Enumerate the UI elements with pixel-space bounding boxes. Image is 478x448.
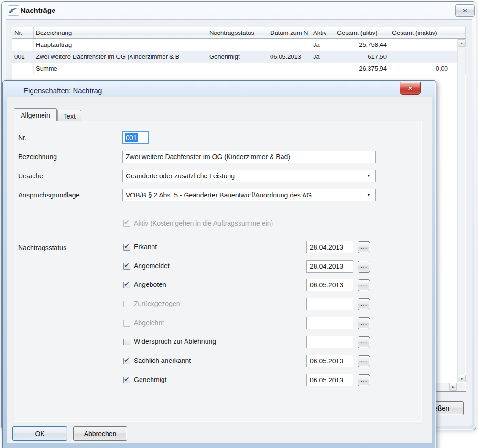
anspruchsgrundlage-label: Anspruchsgrundlage [18, 191, 79, 199]
status-row-zurueckgezogen: Zurückgezogen ... [3, 298, 436, 311]
cell-bezeichnung: Summe [34, 63, 207, 75]
cell-gesamt-aktiv: 617,50 [335, 51, 390, 63]
widerspruch-checkbox[interactable] [123, 339, 130, 345]
column-header-nachtragsstatus[interactable]: Nachtragsstatus [207, 27, 268, 38]
cell-datum [268, 63, 311, 75]
dialog-title: Eigenschaften: Nachtrag [23, 87, 102, 95]
angemeldet-date-picker-button[interactable]: ... [358, 261, 370, 273]
cell-bezeichnung: Zwei weitere Dachfenster im OG (Kinderzi… [34, 51, 207, 63]
zurueckgezogen-date-input[interactable] [306, 298, 353, 310]
widerspruch-date-input[interactable] [306, 336, 353, 348]
angemeldet-date-input[interactable]: 28.04.2013 [306, 260, 353, 273]
genehmigt-checkbox[interactable]: ✔ [123, 377, 130, 383]
ursache-label: Ursache [18, 172, 43, 180]
status-row-widerspruch: Widerspruch zur Ablehnung ... [3, 336, 436, 349]
dialog-close-icon: ✕ [407, 85, 413, 92]
chevron-down-icon: ▼ [367, 193, 371, 197]
abgelehnt-date-picker-button[interactable]: ... [358, 317, 370, 329]
widerspruch-date-picker-button[interactable]: ... [358, 336, 370, 348]
column-header-filler [451, 27, 466, 38]
zurueckgezogen-date-picker-button[interactable]: ... [358, 298, 370, 310]
ursache-combobox[interactable]: Geänderte oder zusätzliche Leistung ▼ [122, 170, 376, 182]
cell-gesamt-aktiv: 26.375,94 [335, 63, 390, 75]
scroll-down-icon: ▼ [460, 377, 464, 381]
column-header-bezeichnung[interactable]: Bezeichnung [34, 27, 207, 38]
status-row-angeboten: ✔ Angeboten 06.05.2013 ... [3, 279, 436, 292]
table-vertical-scrollbar[interactable]: ▲ ▼ [457, 39, 465, 382]
table-row-001[interactable]: 001 Zwei weitere Dachfenster im OG (Kind… [12, 51, 466, 63]
check-icon: ✔ [124, 356, 130, 364]
column-header-gesamt-inaktiv[interactable]: Gesamt (inaktiv) [390, 27, 451, 38]
tab-text[interactable]: Text [57, 110, 81, 121]
angeboten-label: Angeboten [134, 281, 166, 288]
sachlich-anerkannt-date-input[interactable]: 06.05.2013 [306, 355, 353, 367]
cell-gesamt-inaktiv [390, 39, 451, 51]
nr-input[interactable]: 001 [122, 131, 149, 144]
cell-aktiv: Ja [311, 39, 335, 51]
cell-gesamt-inaktiv [390, 51, 451, 63]
cell-nr: 001 [12, 51, 34, 63]
abgelehnt-checkbox [123, 320, 130, 327]
anspruchsgrundlage-combobox[interactable]: VOB/B § 2 Abs. 5 - Geänderter Bauentwurf… [122, 189, 376, 201]
cell-status [207, 39, 268, 51]
status-row-sachlich-anerkannt: ✔ Sachlich anerkannt 06.05.2013 ... [3, 355, 436, 368]
nr-label: Nr. [18, 134, 27, 142]
table-header: Nr. Bezeichnung Nachtragsstatus Datum zu… [12, 27, 466, 39]
zurueckgezogen-checkbox [123, 301, 130, 307]
cell-status: Genehmigt [207, 51, 268, 63]
angeboten-date-picker-button[interactable]: ... [358, 279, 370, 291]
aktiv-checkbox-label: Aktiv (Kosten gehen in die Auftragssumme… [134, 219, 273, 227]
nr-input-selected-text: 001 [125, 133, 138, 142]
sachlich-anerkannt-checkbox[interactable]: ✔ [123, 358, 130, 364]
column-header-nr[interactable]: Nr. [12, 27, 34, 38]
abgelehnt-label: Abgelehnt [134, 319, 164, 327]
cell-nr [12, 63, 34, 75]
scroll-right-button[interactable]: ► [449, 383, 457, 391]
bezeichnung-input[interactable]: Zwei weitere Dachfenster im OG (Kinderzi… [122, 151, 376, 163]
check-icon: ✔ [124, 219, 130, 226]
sachlich-anerkannt-date-picker-button[interactable]: ... [358, 355, 370, 367]
angemeldet-checkbox[interactable]: ✔ [123, 263, 130, 270]
check-icon: ✔ [124, 242, 130, 250]
genehmigt-date-picker-button[interactable]: ... [358, 374, 370, 386]
cancel-button[interactable]: Abbrechen [73, 426, 127, 441]
genehmigt-date-input[interactable]: 06.05.2013 [306, 374, 353, 386]
table-row-hauptauftrag[interactable]: Hauptauftrag Ja 25.758,44 [12, 39, 466, 51]
erkannt-date-picker-button[interactable]: ... [358, 241, 370, 253]
check-icon: ✔ [124, 280, 130, 288]
status-row-abgelehnt: Abgelehnt ... [3, 317, 436, 330]
cell-nr [12, 39, 34, 51]
window-close-button[interactable]: ✕ [455, 4, 475, 17]
column-header-datum[interactable]: Datum zum N [268, 27, 311, 38]
cell-gesamt-inaktiv: 0,00 [390, 63, 451, 75]
chevron-down-icon: ▼ [367, 174, 371, 178]
angeboten-date-input[interactable]: 06.05.2013 [306, 279, 353, 291]
scroll-up-button[interactable]: ▲ [458, 39, 466, 47]
erkannt-checkbox[interactable]: ✔ [123, 244, 130, 251]
scroll-right-icon: ► [451, 385, 455, 389]
status-row-genehmigt: ✔ Genehmigt 06.05.2013 ... [3, 374, 436, 387]
angeboten-checkbox[interactable]: ✔ [123, 282, 130, 288]
dialog-close-button[interactable]: ✕ [400, 82, 421, 95]
column-header-aktiv[interactable]: Aktiv [311, 27, 335, 38]
sachlich-anerkannt-label: Sachlich anerkannt [134, 357, 191, 364]
cell-datum [268, 39, 311, 51]
swoosh-icon [9, 7, 18, 14]
abgelehnt-date-input[interactable] [306, 317, 353, 329]
check-icon: ✔ [124, 262, 130, 269]
tab-allgemein[interactable]: Allgemein [14, 108, 57, 121]
status-row-erkannt: ✔ Erkannt 28.04.2013 ... [3, 241, 436, 254]
ok-button[interactable]: OK [12, 426, 67, 441]
cell-gesamt-aktiv: 25.758,44 [335, 39, 390, 51]
table-row-summe[interactable]: Summe 26.375,94 0,00 [12, 63, 466, 75]
cell-status [207, 63, 268, 75]
erkannt-label: Erkannt [134, 243, 157, 251]
scroll-down-button[interactable]: ▼ [458, 375, 466, 382]
app-icon [8, 5, 19, 16]
scroll-up-icon: ▲ [460, 41, 464, 45]
column-header-gesamt-aktiv[interactable]: Gesamt (aktiv) [335, 27, 390, 38]
window-title: Nachträge [21, 6, 55, 14]
erkannt-date-input[interactable]: 28.04.2013 [306, 241, 353, 253]
cell-aktiv [311, 63, 335, 75]
widerspruch-label: Widerspruch zur Ablehnung [134, 338, 216, 345]
